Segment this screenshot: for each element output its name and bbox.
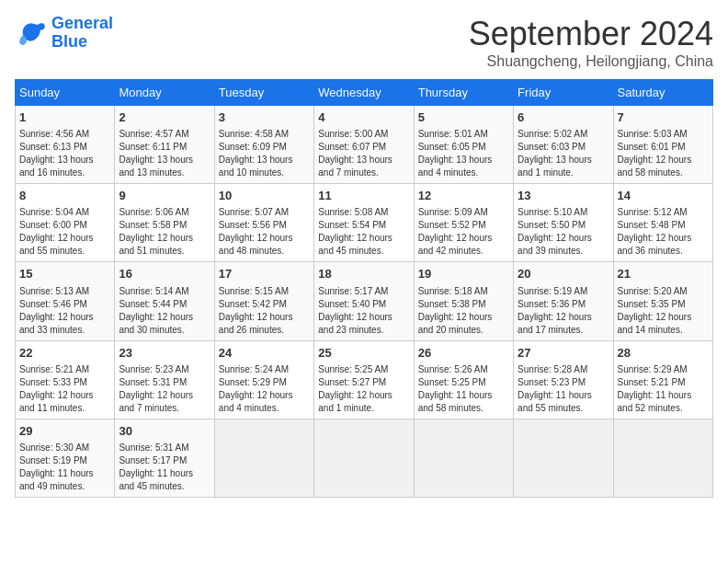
month-title: September 2024: [469, 15, 713, 53]
day-number: 14: [618, 188, 709, 204]
day-info: Sunrise: 5:10 AM Sunset: 5:50 PM Dayligh…: [518, 206, 609, 258]
title-block: September 2024 Shuangcheng, Heilongjiang…: [469, 15, 713, 70]
day-number: 1: [19, 109, 110, 126]
calendar-week-4: 22Sunrise: 5:21 AM Sunset: 5:33 PM Dayli…: [16, 340, 713, 419]
calendar-cell: 1Sunrise: 4:56 AM Sunset: 6:13 PM Daylig…: [16, 106, 115, 184]
location-subtitle: Shuangcheng, Heilongjiang, China: [469, 53, 713, 70]
day-info: Sunrise: 4:58 AM Sunset: 6:09 PM Dayligh…: [219, 128, 310, 179]
day-number: 22: [19, 345, 110, 362]
calendar-cell: 22Sunrise: 5:21 AM Sunset: 5:33 PM Dayli…: [16, 340, 115, 419]
weekday-header-saturday: Saturday: [613, 80, 712, 106]
day-info: Sunrise: 5:30 AM Sunset: 5:19 PM Dayligh…: [19, 442, 110, 493]
day-number: 24: [219, 345, 310, 362]
calendar-cell: 17Sunrise: 5:15 AM Sunset: 5:42 PM Dayli…: [214, 262, 313, 340]
calendar-cell: 27Sunrise: 5:28 AM Sunset: 5:23 PM Dayli…: [514, 340, 613, 419]
day-number: 9: [119, 188, 210, 204]
calendar-cell: [514, 419, 613, 497]
day-info: Sunrise: 5:01 AM Sunset: 6:05 PM Dayligh…: [418, 128, 509, 179]
day-info: Sunrise: 5:21 AM Sunset: 5:33 PM Dayligh…: [19, 363, 110, 415]
day-number: 10: [219, 188, 310, 204]
day-number: 26: [418, 345, 509, 362]
calendar-week-3: 15Sunrise: 5:13 AM Sunset: 5:46 PM Dayli…: [16, 262, 713, 340]
calendar-cell: 28Sunrise: 5:29 AM Sunset: 5:21 PM Dayli…: [613, 340, 712, 419]
day-number: 15: [19, 266, 110, 282]
calendar-cell: 12Sunrise: 5:09 AM Sunset: 5:52 PM Dayli…: [414, 184, 513, 262]
calendar-cell: 2Sunrise: 4:57 AM Sunset: 6:11 PM Daylig…: [115, 106, 214, 184]
day-number: 23: [119, 345, 210, 362]
day-number: 16: [119, 266, 210, 282]
calendar-cell: 15Sunrise: 5:13 AM Sunset: 5:46 PM Dayli…: [16, 262, 115, 340]
day-number: 29: [19, 423, 110, 440]
calendar-week-2: 8Sunrise: 5:04 AM Sunset: 6:00 PM Daylig…: [16, 184, 713, 262]
calendar-cell: 29Sunrise: 5:30 AM Sunset: 5:19 PM Dayli…: [16, 419, 115, 497]
day-number: 8: [19, 188, 110, 204]
calendar-cell: 9Sunrise: 5:06 AM Sunset: 5:58 PM Daylig…: [115, 184, 214, 262]
day-number: 30: [119, 423, 210, 440]
day-number: 5: [418, 109, 509, 126]
day-info: Sunrise: 5:08 AM Sunset: 5:54 PM Dayligh…: [318, 206, 409, 258]
day-number: 11: [318, 188, 409, 204]
calendar-cell: 30Sunrise: 5:31 AM Sunset: 5:17 PM Dayli…: [115, 419, 214, 497]
day-number: 3: [219, 109, 310, 126]
day-info: Sunrise: 5:17 AM Sunset: 5:40 PM Dayligh…: [318, 285, 409, 337]
calendar-cell: 11Sunrise: 5:08 AM Sunset: 5:54 PM Dayli…: [314, 184, 414, 262]
day-number: 20: [518, 266, 609, 282]
weekday-header-sunday: Sunday: [16, 80, 115, 106]
weekday-header-friday: Friday: [514, 80, 613, 106]
day-info: Sunrise: 5:03 AM Sunset: 6:01 PM Dayligh…: [618, 128, 709, 179]
logo-icon: [15, 17, 48, 50]
weekday-header-row: SundayMondayTuesdayWednesdayThursdayFrid…: [16, 80, 713, 106]
weekday-header-tuesday: Tuesday: [214, 80, 313, 106]
day-number: 21: [618, 266, 709, 282]
calendar-cell: 5Sunrise: 5:01 AM Sunset: 6:05 PM Daylig…: [414, 106, 513, 184]
day-info: Sunrise: 5:25 AM Sunset: 5:27 PM Dayligh…: [318, 363, 409, 415]
day-info: Sunrise: 4:56 AM Sunset: 6:13 PM Dayligh…: [19, 128, 110, 179]
day-info: Sunrise: 5:18 AM Sunset: 5:38 PM Dayligh…: [418, 285, 509, 337]
logo: General Blue: [15, 15, 113, 52]
calendar-week-5: 29Sunrise: 5:30 AM Sunset: 5:19 PM Dayli…: [16, 419, 713, 497]
day-info: Sunrise: 5:29 AM Sunset: 5:21 PM Dayligh…: [618, 363, 709, 415]
day-number: 18: [318, 266, 409, 282]
calendar-cell: 20Sunrise: 5:19 AM Sunset: 5:36 PM Dayli…: [514, 262, 613, 340]
day-info: Sunrise: 5:00 AM Sunset: 6:07 PM Dayligh…: [318, 128, 409, 179]
day-info: Sunrise: 5:19 AM Sunset: 5:36 PM Dayligh…: [518, 285, 609, 337]
calendar-table: SundayMondayTuesdayWednesdayThursdayFrid…: [15, 79, 713, 498]
day-info: Sunrise: 4:57 AM Sunset: 6:11 PM Dayligh…: [119, 128, 210, 179]
day-info: Sunrise: 5:15 AM Sunset: 5:42 PM Dayligh…: [219, 285, 310, 337]
calendar-cell: 19Sunrise: 5:18 AM Sunset: 5:38 PM Dayli…: [414, 262, 513, 340]
day-number: 7: [618, 109, 709, 126]
day-info: Sunrise: 5:28 AM Sunset: 5:23 PM Dayligh…: [518, 363, 609, 415]
day-number: 28: [618, 345, 709, 362]
day-info: Sunrise: 5:20 AM Sunset: 5:35 PM Dayligh…: [618, 285, 709, 337]
day-number: 4: [318, 109, 409, 126]
logo-text: General Blue: [51, 15, 113, 52]
calendar-cell: [214, 419, 313, 497]
day-info: Sunrise: 5:26 AM Sunset: 5:25 PM Dayligh…: [418, 363, 509, 415]
calendar-cell: 3Sunrise: 4:58 AM Sunset: 6:09 PM Daylig…: [214, 106, 313, 184]
day-number: 2: [119, 109, 210, 126]
calendar-cell: 10Sunrise: 5:07 AM Sunset: 5:56 PM Dayli…: [214, 184, 313, 262]
day-info: Sunrise: 5:04 AM Sunset: 6:00 PM Dayligh…: [19, 206, 110, 258]
calendar-cell: [314, 419, 414, 497]
calendar-cell: 16Sunrise: 5:14 AM Sunset: 5:44 PM Dayli…: [115, 262, 214, 340]
calendar-cell: 7Sunrise: 5:03 AM Sunset: 6:01 PM Daylig…: [613, 106, 712, 184]
day-number: 25: [318, 345, 409, 362]
day-number: 17: [219, 266, 310, 282]
calendar-cell: 8Sunrise: 5:04 AM Sunset: 6:00 PM Daylig…: [16, 184, 115, 262]
day-number: 12: [418, 188, 509, 204]
calendar-cell: 13Sunrise: 5:10 AM Sunset: 5:50 PM Dayli…: [514, 184, 613, 262]
day-info: Sunrise: 5:06 AM Sunset: 5:58 PM Dayligh…: [119, 206, 210, 258]
calendar-cell: 4Sunrise: 5:00 AM Sunset: 6:07 PM Daylig…: [314, 106, 414, 184]
day-info: Sunrise: 5:07 AM Sunset: 5:56 PM Dayligh…: [219, 206, 310, 258]
calendar-cell: 24Sunrise: 5:24 AM Sunset: 5:29 PM Dayli…: [214, 340, 313, 419]
day-info: Sunrise: 5:12 AM Sunset: 5:48 PM Dayligh…: [618, 206, 709, 258]
day-info: Sunrise: 5:24 AM Sunset: 5:29 PM Dayligh…: [219, 363, 310, 415]
calendar-cell: 21Sunrise: 5:20 AM Sunset: 5:35 PM Dayli…: [613, 262, 712, 340]
calendar-cell: 26Sunrise: 5:26 AM Sunset: 5:25 PM Dayli…: [414, 340, 513, 419]
day-info: Sunrise: 5:02 AM Sunset: 6:03 PM Dayligh…: [518, 128, 609, 179]
calendar-cell: 14Sunrise: 5:12 AM Sunset: 5:48 PM Dayli…: [613, 184, 712, 262]
weekday-header-thursday: Thursday: [414, 80, 513, 106]
day-info: Sunrise: 5:14 AM Sunset: 5:44 PM Dayligh…: [119, 285, 210, 337]
day-info: Sunrise: 5:23 AM Sunset: 5:31 PM Dayligh…: [119, 363, 210, 415]
calendar-cell: 18Sunrise: 5:17 AM Sunset: 5:40 PM Dayli…: [314, 262, 414, 340]
